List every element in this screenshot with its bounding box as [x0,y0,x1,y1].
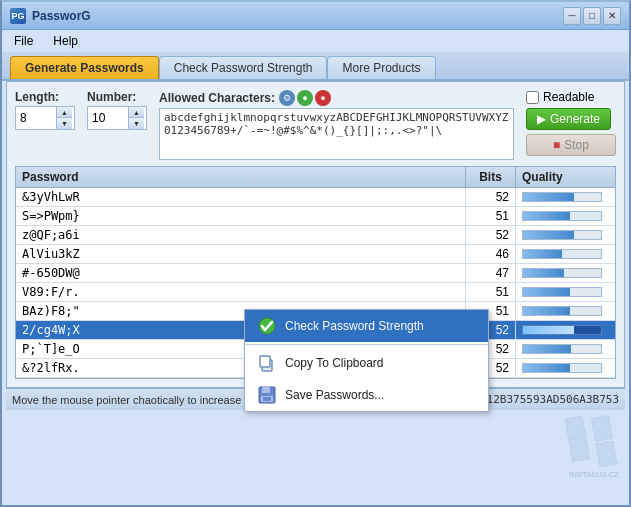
quality-cell [515,321,615,339]
table-row[interactable]: #-650DW@47 [16,264,615,283]
quality-cell [515,340,615,358]
table-row[interactable]: &3yVhLwR52 [16,188,615,207]
quality-bar-bg [522,192,602,202]
password-cell: z@QF;a6i [16,226,465,244]
readable-checkbox[interactable] [526,91,539,104]
stop-label: Stop [564,138,589,152]
quality-bar-fill [523,269,564,277]
main-panel: Length: ▲ ▼ Number: ▲ ▼ [6,81,625,388]
stop-button[interactable]: ■ Stop [526,134,616,156]
quality-bar-fill [523,231,574,239]
password-cell: #-650DW@ [16,264,465,282]
bits-cell: 52 [465,226,515,244]
password-cell: AlViu3kZ [16,245,465,263]
number-spinner-buttons: ▲ ▼ [128,107,144,129]
allowed-icons: ⚙ ● ● [279,90,331,106]
bits-cell: 51 [465,207,515,225]
col-quality-header: Quality [515,167,615,187]
length-spinner[interactable]: ▲ ▼ [15,106,75,130]
copy-icon [257,353,277,373]
length-down-button[interactable]: ▼ [56,118,72,129]
password-table: Password Bits Quality &3yVhLwR52S=>PWpm}… [15,166,616,379]
red-icon[interactable]: ● [315,90,331,106]
svg-rect-2 [260,356,270,367]
length-section: Length: ▲ ▼ [15,90,75,130]
password-cell: V89:F/r. [16,283,465,301]
ctx-check-strength-label: Check Password Strength [285,319,424,333]
close-button[interactable]: ✕ [603,7,621,25]
ctx-save-label: Save Passwords... [285,388,384,402]
green-icon[interactable]: ● [297,90,313,106]
quality-cell [515,264,615,282]
number-spinner[interactable]: ▲ ▼ [87,106,147,130]
svg-rect-6 [263,397,271,401]
tab-check-strength[interactable]: Check Password Strength [159,56,328,79]
quality-bar-fill [523,326,574,334]
tab-more-products[interactable]: More Products [327,56,435,79]
menu-file[interactable]: File [6,32,41,50]
number-label: Number: [87,90,147,104]
number-down-button[interactable]: ▼ [128,118,144,129]
ctx-save-passwords[interactable]: Save Passwords... [245,379,488,411]
maximize-button[interactable]: □ [583,7,601,25]
menu-bar: File Help [2,30,629,52]
ctx-divider-1 [245,344,488,345]
quality-bar-bg [522,344,602,354]
quality-bar-fill [523,288,570,296]
app-title: PassworG [32,9,91,23]
watermark: INSTALUJ.CZ [569,414,619,479]
password-cell: S=>PWpm} [16,207,465,225]
allowed-chars-textarea[interactable] [159,108,514,160]
quality-bar-fill [523,250,562,258]
table-row[interactable]: AlViu3kZ46 [16,245,615,264]
quality-bar-bg [522,306,602,316]
title-bar-left: PG PassworG [10,8,91,24]
table-row[interactable]: V89:F/r.51 [16,283,615,302]
ctx-check-strength[interactable]: Check Password Strength [245,310,488,342]
app-icon: PG [10,8,26,24]
length-up-button[interactable]: ▲ [56,107,72,118]
generate-button[interactable]: ▶ Generate [526,108,611,130]
ctx-copy-clipboard[interactable]: Copy To Clipboard [245,347,488,379]
quality-cell [515,302,615,320]
window-controls: ─ □ ✕ [563,7,621,25]
quality-cell [515,245,615,263]
controls-row: Length: ▲ ▼ Number: ▲ ▼ [15,90,616,160]
quality-bar-bg [522,268,602,278]
number-section: Number: ▲ ▼ [87,90,147,130]
table-row[interactable]: S=>PWpm}51 [16,207,615,226]
context-menu: Check Password Strength Copy To Clipboar… [244,309,489,412]
readable-label: Readable [543,90,594,104]
allowed-section: Allowed Characters: ⚙ ● ● [159,90,514,160]
quality-bar-fill [523,212,570,220]
settings-icon[interactable]: ⚙ [279,90,295,106]
quality-bar-bg [522,325,602,335]
quality-bar-fill [523,307,570,315]
table-header: Password Bits Quality [16,167,615,188]
checkmark-icon [257,316,277,336]
number-input[interactable] [88,109,128,127]
menu-help[interactable]: Help [45,32,86,50]
length-label: Length: [15,90,75,104]
number-up-button[interactable]: ▲ [128,107,144,118]
quality-cell [515,188,615,206]
password-cell: &3yVhLwR [16,188,465,206]
col-bits-header: Bits [465,167,515,187]
quality-bar-fill [523,193,574,201]
length-spinner-buttons: ▲ ▼ [56,107,72,129]
quality-bar-bg [522,211,602,221]
quality-cell [515,207,615,225]
length-input[interactable] [16,109,56,127]
ctx-copy-label: Copy To Clipboard [285,356,384,370]
bits-cell: 51 [465,283,515,301]
tab-generate[interactable]: Generate Passwords [10,56,159,79]
stop-rect-icon: ■ [553,138,560,152]
quality-bar-fill [523,345,571,353]
quality-bar-bg [522,249,602,259]
bits-cell: 46 [465,245,515,263]
table-row[interactable]: z@QF;a6i52 [16,226,615,245]
quality-bar-bg [522,363,602,373]
minimize-button[interactable]: ─ [563,7,581,25]
quality-cell [515,226,615,244]
tab-bar: Generate Passwords Check Password Streng… [2,52,629,81]
